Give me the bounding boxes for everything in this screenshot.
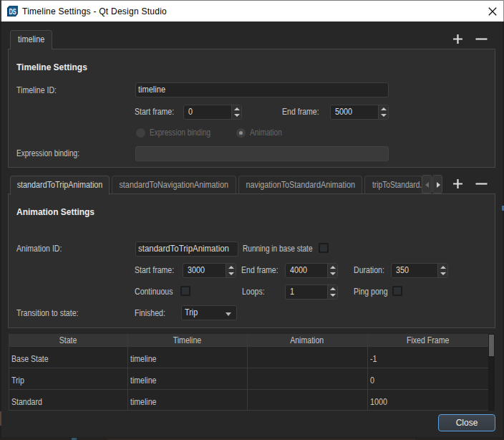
svg-text:DS: DS	[9, 7, 16, 16]
